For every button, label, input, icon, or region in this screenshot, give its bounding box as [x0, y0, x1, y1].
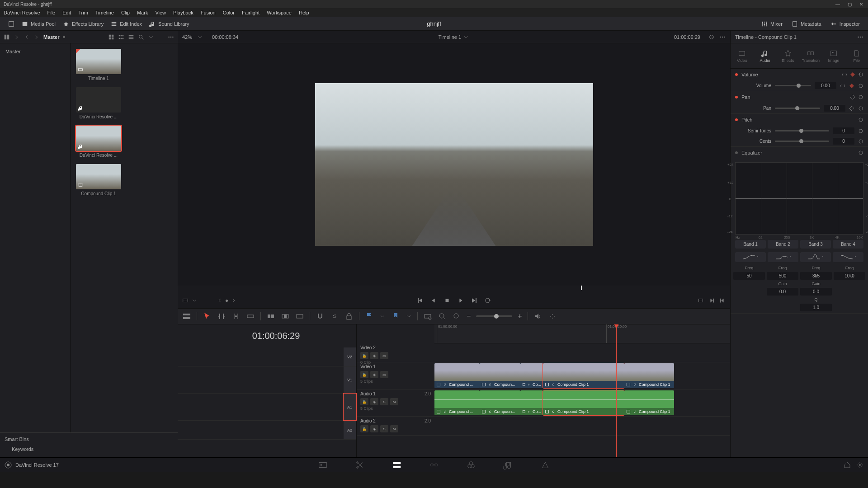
lock-button[interactable]: 🔒 [360, 352, 368, 359]
mute-button[interactable]: M [390, 398, 398, 405]
clip-audio1[interactable]: DaVinci Resolve ... [76, 87, 121, 119]
reset-icon[interactable] [858, 83, 863, 89]
expand-ui-button[interactable] [5, 19, 18, 29]
clip-compound1[interactable]: Compound Clip 1 [76, 164, 121, 196]
metadata-button[interactable]: Metadata [788, 19, 825, 29]
band3-freq[interactable]: 3k5 [800, 272, 832, 280]
track-label-A2[interactable]: A2 [344, 421, 356, 439]
fairlight-page-icon[interactable] [503, 460, 513, 470]
band1-freq[interactable]: 50 [733, 272, 765, 280]
chevron-down-icon[interactable] [191, 297, 198, 304]
replace-icon[interactable] [295, 312, 304, 321]
mute-icon[interactable] [533, 312, 542, 321]
close-button[interactable]: ✕ [858, 1, 864, 7]
video-clip[interactable]: Compound ... [434, 363, 480, 388]
solo-button[interactable]: S [380, 398, 388, 405]
band-shape-lowshelf2[interactable]: ˅ [768, 252, 798, 262]
detail-zoom-icon[interactable] [438, 312, 447, 321]
grid-view-icon[interactable] [118, 34, 124, 40]
effects-library-button[interactable]: Effects Library [59, 19, 107, 29]
timeline-ruler[interactable]: 01:00:00:00 01:00:20:00 [434, 324, 730, 343]
menu-timeline[interactable]: Timeline [95, 10, 114, 15]
more-icon[interactable] [168, 34, 174, 40]
volume-slider[interactable] [775, 85, 811, 86]
thumb-view-icon[interactable] [108, 34, 114, 40]
play-button[interactable] [456, 296, 465, 305]
reset-icon[interactable] [858, 150, 863, 155]
audio-clip[interactable]: Compound Clip 1 [543, 390, 624, 415]
auto-select-button[interactable]: ◈ [370, 398, 378, 405]
band2-freq[interactable]: 500 [767, 272, 798, 280]
band-tab-4[interactable]: Band 4 [833, 240, 863, 249]
overwrite-icon[interactable] [281, 312, 290, 321]
auto-select-button[interactable]: ◈ [370, 352, 378, 359]
lock-button[interactable]: 🔒 [360, 398, 368, 405]
timeline-view-icon[interactable] [182, 312, 191, 321]
cents-slider[interactable] [775, 141, 829, 142]
nav-next-icon[interactable] [231, 297, 237, 304]
clip-timeline1[interactable]: Timeline 1 [76, 49, 121, 81]
go-end-icon[interactable] [708, 297, 715, 304]
link-icon[interactable] [330, 312, 339, 321]
menu-fairlight[interactable]: Fairlight [242, 10, 259, 15]
flag-icon[interactable] [365, 312, 374, 321]
chevron-down-icon[interactable] [406, 313, 412, 319]
track-display-button[interactable]: ▭ [380, 371, 388, 378]
semi-value[interactable]: 0 [833, 127, 854, 134]
tab-audio[interactable]: Audio [754, 43, 777, 68]
band-tab-3[interactable]: Band 3 [800, 240, 831, 249]
zoom-slider[interactable] [476, 315, 512, 317]
keyframe-nav-icon[interactable] [840, 83, 845, 89]
video-clip[interactable]: Compound Clip 1 [543, 363, 624, 388]
keyframe-icon[interactable] [849, 83, 854, 89]
blade-tool-icon[interactable] [246, 312, 255, 321]
audio-clip[interactable]: Compound Clip 1 [624, 390, 674, 415]
prev-frame-button[interactable] [429, 296, 438, 305]
eq-graph[interactable]: +24 +12 0 -12 -24 +24 +12 -12 -24 Hz 62 … [735, 162, 863, 235]
marker-icon[interactable] [391, 312, 400, 321]
menu-fusion[interactable]: Fusion [201, 10, 216, 15]
go-start-icon[interactable] [719, 297, 726, 304]
pan-slider[interactable] [775, 108, 820, 109]
reset-icon[interactable] [858, 72, 863, 77]
selection-tool-icon[interactable] [203, 312, 212, 321]
band3-q[interactable]: 1.0 [800, 304, 832, 311]
nav-back-icon[interactable] [24, 34, 30, 40]
lane-a2[interactable] [434, 417, 730, 436]
sound-library-button[interactable]: Sound Library [146, 19, 193, 29]
lock-button[interactable]: 🔒 [360, 371, 368, 378]
auto-select-button[interactable]: ◈ [370, 425, 378, 432]
tab-file[interactable]: File [845, 43, 868, 68]
keyframe-nav-icon[interactable] [842, 72, 847, 77]
video-clip[interactable]: Compoun... [480, 363, 520, 388]
next-frame-button[interactable] [470, 296, 479, 305]
auto-select-button[interactable]: ◈ [370, 371, 378, 378]
menu-mark[interactable]: Mark [137, 10, 148, 15]
band-shape-highshelf[interactable]: ˅ [833, 252, 863, 262]
chevron-down-icon[interactable] [463, 34, 469, 40]
viewer-title[interactable]: Timeline 1 [439, 34, 461, 40]
reset-icon[interactable] [858, 106, 863, 111]
menu-help[interactable]: Help [299, 10, 309, 15]
enable-dot[interactable] [735, 118, 738, 121]
edit-page-icon[interactable] [392, 460, 402, 470]
clip-video1[interactable]: DaVinci Resolve ... [76, 126, 121, 158]
enable-dot[interactable] [735, 151, 738, 154]
timeline-lanes[interactable]: 01:00:00:00 01:00:20:00 Compound ...Comp… [434, 324, 730, 457]
menu-trim[interactable]: Trim [78, 10, 88, 15]
band-shape-bell[interactable]: ˅ [800, 252, 831, 262]
playhead[interactable] [616, 324, 617, 457]
smart-bin-keywords[interactable]: Keywords [5, 445, 173, 454]
lane-a1[interactable]: Compound ...Compoun...Co...Compound Clip… [434, 389, 730, 417]
menu-workspace[interactable]: Workspace [267, 10, 292, 15]
nav-prev-icon[interactable] [217, 297, 223, 304]
tab-video[interactable]: Video [731, 43, 754, 68]
track-label-V1[interactable]: V1 [344, 366, 356, 393]
menu-color[interactable]: Color [223, 10, 235, 15]
media-pool-button[interactable]: Media Pool [18, 19, 59, 29]
band-tab-1[interactable]: Band 1 [735, 240, 766, 249]
more-icon[interactable] [719, 34, 726, 40]
video-clip[interactable]: Compound Clip 1 [624, 363, 674, 388]
edit-index-button[interactable]: Edit Index [107, 19, 146, 29]
reset-icon[interactable] [858, 128, 863, 134]
